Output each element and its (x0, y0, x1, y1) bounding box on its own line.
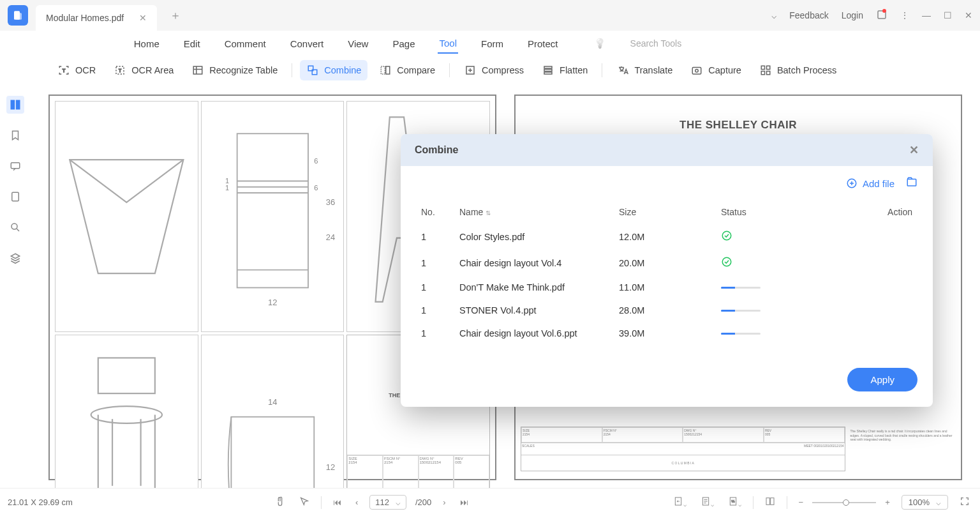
search-tools-input[interactable]: Search Tools (630, 38, 682, 49)
minimize-icon[interactable]: — (922, 10, 931, 20)
close-tab-icon[interactable]: ✕ (139, 13, 147, 23)
chair-perspective (55, 335, 198, 488)
svg-text:6: 6 (314, 157, 318, 165)
combine-label: Combine (324, 65, 361, 75)
tool-toolbar: T OCR T OCR Area Recognize Table Combine… (0, 56, 980, 84)
file-row[interactable]: 1Don'T Make Me Think.pdf11.0M (416, 276, 917, 299)
table-icon (191, 64, 204, 77)
translate-button[interactable]: Translate (610, 60, 679, 80)
last-page-icon[interactable]: ⏭ (457, 495, 471, 510)
file-row[interactable]: 1STONER Vol.4.ppt28.0M (416, 299, 917, 322)
svg-point-39 (91, 406, 162, 423)
zoom-level[interactable]: 100% ⌵ (902, 495, 948, 510)
separator (292, 63, 292, 77)
file-row[interactable]: 1Chair design layout Vol.6.ppt39.0M (416, 322, 917, 345)
menu-view[interactable]: View (346, 34, 369, 53)
row-size: 28.0M (614, 299, 716, 322)
menu-home[interactable]: Home (133, 34, 161, 53)
svg-text:14: 14 (268, 397, 277, 407)
menu-protect[interactable]: Protect (526, 34, 560, 53)
zoom-out-icon[interactable]: − (796, 495, 806, 510)
first-page-icon[interactable]: ⏮ (330, 495, 344, 510)
svg-point-53 (722, 257, 731, 266)
zoom-in-icon[interactable]: + (882, 495, 893, 510)
col-size: Size (614, 201, 716, 224)
batch-process-button[interactable]: Batch Process (753, 60, 843, 80)
row-no: 1 (416, 250, 454, 276)
apply-button[interactable]: Apply (847, 368, 917, 391)
ocr-label: OCR (75, 65, 96, 75)
fullscreen-icon[interactable] (957, 494, 972, 511)
thumbnails-panel[interactable] (6, 96, 24, 114)
menu-comment[interactable]: Comment (223, 34, 267, 53)
feedback-link[interactable]: Feedback (789, 10, 828, 20)
flatten-button[interactable]: Flatten (535, 60, 594, 80)
login-link[interactable]: Login (842, 10, 863, 20)
single-page-icon[interactable] (762, 494, 778, 511)
compare-button[interactable]: Compare (373, 60, 442, 80)
row-name: Chair design layout Vol.4 (454, 250, 614, 276)
file-row[interactable]: 1Chair design layout Vol.420.0M (416, 250, 917, 276)
col-name[interactable]: Name⇅ (454, 201, 614, 224)
svg-rect-15 (693, 68, 702, 75)
folder-icon[interactable] (906, 176, 917, 190)
row-action (843, 224, 917, 250)
select-tool-icon[interactable] (297, 494, 312, 511)
prev-page-icon[interactable]: ‹ (353, 495, 360, 510)
close-window-icon[interactable]: ✕ (965, 10, 972, 20)
hint-icon[interactable]: 💡 (594, 38, 606, 49)
menu-convert[interactable]: Convert (289, 34, 325, 53)
add-file-button[interactable]: Add file (846, 178, 895, 189)
svg-rect-26 (237, 133, 308, 287)
comments-panel[interactable] (6, 157, 24, 175)
svg-rect-9 (382, 66, 385, 74)
new-tab-button[interactable]: ＋ (170, 8, 181, 23)
chair-top-view: 14 12 6 11 (201, 335, 345, 488)
row-status (716, 276, 843, 299)
ocr-area-button[interactable]: T OCR Area (107, 60, 180, 80)
document-tab[interactable]: Modular Homes.pdf ✕ (36, 5, 157, 31)
notification-icon[interactable] (876, 9, 887, 22)
menu-tool[interactable]: Tool (438, 34, 458, 54)
row-name: Chair design layout Vol.6.ppt (454, 322, 614, 345)
menu-page[interactable]: Page (391, 34, 416, 53)
row-size: 20.0M (614, 250, 716, 276)
ocr-icon: T (57, 64, 70, 77)
maximize-icon[interactable]: ☐ (944, 10, 952, 20)
hand-tool-icon[interactable] (272, 494, 288, 511)
capture-label: Capture (708, 65, 741, 75)
menu-form[interactable]: Form (480, 34, 505, 53)
attachments-panel[interactable] (6, 188, 24, 206)
search-panel[interactable] (6, 218, 24, 236)
dialog-close-icon[interactable]: ✕ (909, 143, 919, 157)
recognize-table-button[interactable]: Recognize Table (185, 60, 284, 80)
svg-rect-17 (761, 66, 764, 69)
capture-button[interactable]: Capture (684, 60, 748, 80)
dialog-title: Combine (415, 144, 458, 156)
more-icon[interactable]: ⋮ (900, 10, 909, 20)
compress-button[interactable]: Compress (457, 60, 530, 80)
flatten-icon (542, 64, 554, 77)
zoom-slider[interactable] (812, 502, 876, 503)
bookmarks-panel[interactable] (6, 126, 24, 144)
scroll-mode-icon[interactable]: %⌵ (725, 494, 744, 511)
svg-rect-13 (544, 70, 552, 72)
dropdown-icon[interactable]: ⌵ (771, 10, 776, 20)
page-number-input[interactable]: 112 ⌵ (369, 495, 406, 510)
separator (602, 63, 602, 77)
row-status (716, 224, 843, 250)
row-size: 39.0M (614, 322, 716, 345)
ocr-button[interactable]: T OCR (51, 60, 102, 80)
menu-edit[interactable]: Edit (182, 34, 202, 53)
file-row[interactable]: 1Color Styles.pdf12.0M (416, 224, 917, 250)
layers-panel[interactable] (6, 249, 24, 267)
combine-button[interactable]: Combine (300, 60, 368, 80)
svg-rect-1 (16, 13, 22, 20)
check-icon (721, 256, 732, 268)
next-page-icon[interactable]: › (440, 495, 448, 510)
add-icon (846, 178, 858, 189)
svg-text:1: 1 (225, 184, 229, 192)
fit-width-icon[interactable]: ⌵ (671, 494, 689, 511)
fit-page-icon[interactable]: ⌵ (698, 494, 716, 511)
chevron-down-icon: ⌵ (396, 497, 401, 507)
